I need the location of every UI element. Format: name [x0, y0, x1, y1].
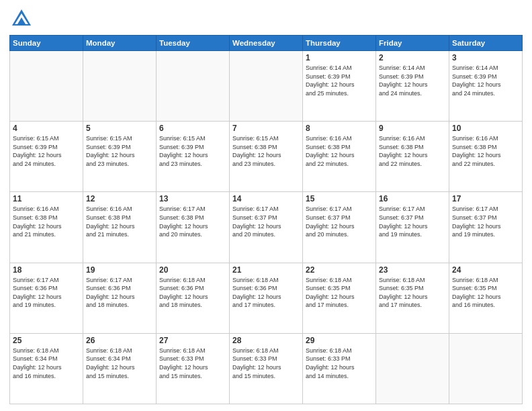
calendar-cell: 28Sunrise: 6:18 AM Sunset: 6:33 PM Dayli…: [230, 333, 303, 404]
week-row-1: 1Sunrise: 6:14 AM Sunset: 6:39 PM Daylig…: [10, 51, 523, 122]
calendar-cell: 24Sunrise: 6:18 AM Sunset: 6:35 PM Dayli…: [449, 263, 523, 333]
calendar-cell: 10Sunrise: 6:16 AM Sunset: 6:38 PM Dayli…: [449, 122, 523, 192]
day-info: Sunrise: 6:18 AM Sunset: 6:35 PM Dayligh…: [306, 276, 373, 310]
day-number: 22: [306, 265, 373, 275]
day-info: Sunrise: 6:16 AM Sunset: 6:38 PM Dayligh…: [379, 134, 446, 168]
calendar-cell: 27Sunrise: 6:18 AM Sunset: 6:33 PM Dayli…: [157, 333, 230, 404]
day-info: Sunrise: 6:15 AM Sunset: 6:38 PM Dayligh…: [232, 134, 300, 168]
calendar-cell: 1Sunrise: 6:14 AM Sunset: 6:39 PM Daylig…: [303, 51, 376, 122]
day-info: Sunrise: 6:18 AM Sunset: 6:36 PM Dayligh…: [232, 276, 300, 310]
day-number: 21: [232, 265, 300, 275]
day-info: Sunrise: 6:17 AM Sunset: 6:36 PM Dayligh…: [13, 276, 80, 310]
calendar-cell: 21Sunrise: 6:18 AM Sunset: 6:36 PM Dayli…: [230, 263, 303, 333]
day-number: 17: [452, 194, 519, 203]
calendar-cell: [230, 51, 303, 122]
weekday-tuesday: Tuesday: [157, 36, 230, 51]
week-row-2: 4Sunrise: 6:15 AM Sunset: 6:39 PM Daylig…: [10, 122, 523, 192]
day-info: Sunrise: 6:16 AM Sunset: 6:38 PM Dayligh…: [86, 205, 153, 238]
day-info: Sunrise: 6:16 AM Sunset: 6:38 PM Dayligh…: [306, 134, 373, 168]
day-number: 18: [13, 265, 80, 275]
day-number: 16: [379, 194, 446, 203]
day-info: Sunrise: 6:18 AM Sunset: 6:34 PM Dayligh…: [86, 347, 153, 380]
calendar-cell: 18Sunrise: 6:17 AM Sunset: 6:36 PM Dayli…: [10, 263, 83, 333]
day-info: Sunrise: 6:17 AM Sunset: 6:37 PM Dayligh…: [232, 205, 300, 238]
day-info: Sunrise: 6:18 AM Sunset: 6:34 PM Dayligh…: [13, 347, 80, 380]
day-number: 12: [86, 194, 153, 203]
day-number: 10: [452, 124, 519, 133]
day-info: Sunrise: 6:18 AM Sunset: 6:33 PM Dayligh…: [159, 347, 226, 380]
calendar-cell: 8Sunrise: 6:16 AM Sunset: 6:38 PM Daylig…: [303, 122, 376, 192]
day-info: Sunrise: 6:17 AM Sunset: 6:37 PM Dayligh…: [452, 205, 519, 238]
calendar-cell: 6Sunrise: 6:15 AM Sunset: 6:39 PM Daylig…: [157, 122, 230, 192]
calendar-cell: 11Sunrise: 6:16 AM Sunset: 6:38 PM Dayli…: [10, 192, 83, 263]
day-info: Sunrise: 6:16 AM Sunset: 6:38 PM Dayligh…: [452, 134, 519, 168]
day-number: 20: [159, 265, 226, 275]
day-info: Sunrise: 6:17 AM Sunset: 6:38 PM Dayligh…: [159, 205, 226, 238]
week-row-5: 25Sunrise: 6:18 AM Sunset: 6:34 PM Dayli…: [10, 333, 523, 404]
day-number: 28: [232, 336, 300, 345]
calendar-cell: 5Sunrise: 6:15 AM Sunset: 6:39 PM Daylig…: [83, 122, 157, 192]
weekday-monday: Monday: [83, 36, 157, 51]
day-info: Sunrise: 6:18 AM Sunset: 6:33 PM Dayligh…: [306, 347, 373, 380]
calendar-body: 1Sunrise: 6:14 AM Sunset: 6:39 PM Daylig…: [10, 51, 523, 404]
day-number: 25: [13, 336, 80, 345]
day-number: 6: [159, 124, 226, 133]
day-number: 3: [452, 53, 519, 62]
logo: [9, 7, 36, 31]
day-number: 24: [452, 265, 519, 275]
calendar-cell: 26Sunrise: 6:18 AM Sunset: 6:34 PM Dayli…: [83, 333, 157, 404]
weekday-saturday: Saturday: [449, 36, 523, 51]
day-number: 27: [159, 336, 226, 345]
calendar-cell: 29Sunrise: 6:18 AM Sunset: 6:33 PM Dayli…: [303, 333, 376, 404]
calendar-cell: [10, 51, 83, 122]
calendar-cell: 23Sunrise: 6:18 AM Sunset: 6:35 PM Dayli…: [376, 263, 449, 333]
calendar-cell: 17Sunrise: 6:17 AM Sunset: 6:37 PM Dayli…: [449, 192, 523, 263]
day-info: Sunrise: 6:17 AM Sunset: 6:37 PM Dayligh…: [306, 205, 373, 238]
day-number: 14: [232, 194, 300, 203]
day-number: 26: [86, 336, 153, 345]
day-info: Sunrise: 6:18 AM Sunset: 6:36 PM Dayligh…: [159, 276, 226, 310]
day-info: Sunrise: 6:17 AM Sunset: 6:36 PM Dayligh…: [86, 276, 153, 310]
calendar-cell: 3Sunrise: 6:14 AM Sunset: 6:39 PM Daylig…: [449, 51, 523, 122]
day-number: 1: [306, 53, 373, 62]
day-info: Sunrise: 6:18 AM Sunset: 6:35 PM Dayligh…: [452, 276, 519, 310]
day-number: 15: [306, 194, 373, 203]
calendar-cell: 4Sunrise: 6:15 AM Sunset: 6:39 PM Daylig…: [10, 122, 83, 192]
day-number: 2: [379, 53, 446, 62]
logo-icon: [9, 7, 34, 31]
calendar-cell: 14Sunrise: 6:17 AM Sunset: 6:37 PM Dayli…: [230, 192, 303, 263]
week-row-4: 18Sunrise: 6:17 AM Sunset: 6:36 PM Dayli…: [10, 263, 523, 333]
day-info: Sunrise: 6:15 AM Sunset: 6:39 PM Dayligh…: [86, 134, 153, 168]
day-number: 4: [13, 124, 80, 133]
calendar-cell: 16Sunrise: 6:17 AM Sunset: 6:37 PM Dayli…: [376, 192, 449, 263]
day-info: Sunrise: 6:18 AM Sunset: 6:35 PM Dayligh…: [379, 276, 446, 310]
day-number: 11: [13, 194, 80, 203]
page: SundayMondayTuesdayWednesdayThursdayFrid…: [0, 0, 532, 411]
day-number: 9: [379, 124, 446, 133]
calendar-cell: [83, 51, 157, 122]
day-number: 8: [306, 124, 373, 133]
weekday-sunday: Sunday: [10, 36, 83, 51]
day-info: Sunrise: 6:14 AM Sunset: 6:39 PM Dayligh…: [379, 64, 446, 97]
calendar-cell: 9Sunrise: 6:16 AM Sunset: 6:38 PM Daylig…: [376, 122, 449, 192]
weekday-friday: Friday: [376, 36, 449, 51]
day-number: 23: [379, 265, 446, 275]
weekday-thursday: Thursday: [303, 36, 376, 51]
calendar-cell: 13Sunrise: 6:17 AM Sunset: 6:38 PM Dayli…: [157, 192, 230, 263]
day-number: 19: [86, 265, 153, 275]
calendar-cell: [157, 51, 230, 122]
calendar-cell: [449, 333, 523, 404]
calendar-cell: 2Sunrise: 6:14 AM Sunset: 6:39 PM Daylig…: [376, 51, 449, 122]
weekday-row: SundayMondayTuesdayWednesdayThursdayFrid…: [10, 36, 523, 51]
calendar-cell: 25Sunrise: 6:18 AM Sunset: 6:34 PM Dayli…: [10, 333, 83, 404]
calendar-header: SundayMondayTuesdayWednesdayThursdayFrid…: [10, 36, 523, 51]
calendar-cell: 22Sunrise: 6:18 AM Sunset: 6:35 PM Dayli…: [303, 263, 376, 333]
calendar-cell: 20Sunrise: 6:18 AM Sunset: 6:36 PM Dayli…: [157, 263, 230, 333]
day-info: Sunrise: 6:15 AM Sunset: 6:39 PM Dayligh…: [159, 134, 226, 168]
day-info: Sunrise: 6:18 AM Sunset: 6:33 PM Dayligh…: [232, 347, 300, 380]
calendar-table: SundayMondayTuesdayWednesdayThursdayFrid…: [9, 35, 523, 404]
calendar-cell: 19Sunrise: 6:17 AM Sunset: 6:36 PM Dayli…: [83, 263, 157, 333]
calendar-cell: 7Sunrise: 6:15 AM Sunset: 6:38 PM Daylig…: [230, 122, 303, 192]
day-number: 5: [86, 124, 153, 133]
calendar-cell: 12Sunrise: 6:16 AM Sunset: 6:38 PM Dayli…: [83, 192, 157, 263]
